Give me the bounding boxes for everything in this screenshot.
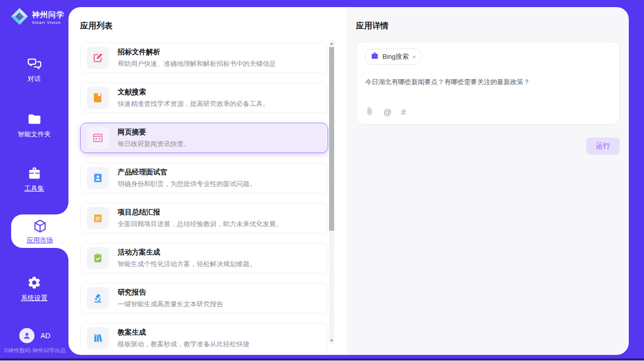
bubble-fillet-top xyxy=(56,202,68,214)
app-card-desc: 一键智能生成高质量长文本研究报告 xyxy=(118,300,223,309)
app-list-title: 应用列表 xyxy=(80,21,113,31)
app-card-lesson-plan[interactable]: 教案生成 模板驱动，教案秒成，教学准备从此轻松快捷 xyxy=(80,323,328,353)
books-icon xyxy=(87,327,109,349)
brand-subtitle: Smart Vision xyxy=(32,20,64,25)
user-account[interactable]: AD xyxy=(19,328,50,343)
sidebar-item-label: 智能文件夹 xyxy=(0,130,68,139)
scrollbar-up-icon[interactable]: ▲ xyxy=(329,41,334,47)
app-card-name: 招标文件解析 xyxy=(118,48,276,57)
app-card-literature-search[interactable]: 文献搜索 快速精准查找学术资源，提高研究效率的必备工具。 xyxy=(80,83,328,113)
avatar xyxy=(19,328,34,343)
sidebar-item-smart-folder[interactable]: 智能文件夹 xyxy=(0,112,68,139)
user-name: AD xyxy=(41,332,50,340)
app-card-desc: 明确身份和职责，为您提供专业性的面试问题。 xyxy=(118,179,256,189)
app-card-bid-analysis[interactable]: 招标文件解析 帮助用户快速、准确地理解和解析招标书中的关键信息 xyxy=(80,43,328,73)
book-icon xyxy=(87,87,109,109)
app-card-event-plan[interactable]: 活动方案生成 智能生成个性化活动方案，轻松解决规划难题。 xyxy=(80,243,328,273)
browser-code-icon xyxy=(87,127,109,149)
briefcase-icon xyxy=(371,52,379,62)
folder-icon xyxy=(0,112,68,126)
gem-logo-icon xyxy=(10,7,29,28)
app-list-panel: 应用列表 招标文件解析 帮助用户快速、准确地理解和解析招标书中的关键信息 xyxy=(68,7,347,355)
brand-name: 神州问学 xyxy=(32,10,64,20)
sidebar-item-label: 工具集 xyxy=(0,184,68,193)
scrollbar[interactable]: ▲ ▼ xyxy=(329,41,334,344)
paperclip-icon[interactable] xyxy=(365,107,374,118)
app-card-name: 教案生成 xyxy=(118,328,249,337)
brand-logo: 神州问学 Smart Vision xyxy=(10,7,64,28)
query-input[interactable]: 今日湖北有哪些新闻要点？有哪些需要关注的最新政策？ xyxy=(365,77,609,87)
sidebar-item-label: 系统设置 xyxy=(0,294,68,303)
briefcase-icon xyxy=(0,166,68,180)
app-card-desc: 模板驱动，教案秒成，教学准备从此轻松快捷 xyxy=(118,340,249,349)
app-card-name: 网页摘要 xyxy=(118,128,190,137)
app-card-project-summary[interactable]: 项目总结汇报 全面回顾项目进展，总结经验教训，助力未来优化发展。 xyxy=(80,203,328,233)
edit-square-icon xyxy=(87,47,109,69)
person-doc-icon xyxy=(87,167,109,189)
app-card-desc: 帮助用户快速、准确地理解和解析招标书中的关键信息 xyxy=(118,59,276,68)
chat-icon xyxy=(0,57,68,71)
app-card-web-summary[interactable]: 网页摘要 每日政府新闻资讯快查。 xyxy=(80,123,328,153)
notepad-icon xyxy=(87,207,109,229)
sidebar-item-settings[interactable]: 系统设置 xyxy=(0,275,68,303)
hash-icon[interactable]: # xyxy=(401,108,406,117)
tool-tag-label: Bing搜索 xyxy=(382,52,409,61)
tool-tag-bing-search[interactable]: Bing搜索 × xyxy=(365,49,422,65)
gear-icon xyxy=(0,275,68,290)
mention-icon[interactable]: @ xyxy=(383,108,391,117)
app-detail-panel: 应用详情 Bing搜索 × 今日湖北有哪些新闻要点？有哪些需要关注的最新政策？ … xyxy=(347,7,629,355)
app-card-pm-interviewer[interactable]: 产品经理面试官 明确身份和职责，为您提供专业性的面试问题。 xyxy=(80,163,328,193)
app-card-name: 产品经理面试官 xyxy=(118,168,256,177)
app-card-name: 文献搜索 xyxy=(118,88,269,97)
bubble-fillet-bottom xyxy=(56,248,68,260)
clipboard-check-icon xyxy=(87,247,109,269)
app-card-desc: 智能生成个性化活动方案，轻松解决规划难题。 xyxy=(118,260,256,269)
cube-icon xyxy=(11,219,68,234)
app-card-desc: 全面回顾项目进展，总结经验教训，助力未来优化发展。 xyxy=(118,220,282,229)
prompt-card: Bing搜索 × 今日湖北有哪些新闻要点？有哪些需要关注的最新政策？ @ # xyxy=(356,42,620,125)
scrollbar-thumb[interactable] xyxy=(329,47,334,231)
scrollbar-down-icon[interactable]: ▼ xyxy=(329,338,334,344)
sidebar-item-label: 应用市场 xyxy=(11,236,68,245)
run-button[interactable]: 运行 xyxy=(586,137,620,155)
app-card-name: 研究报告 xyxy=(118,288,223,297)
app-card-desc: 快速精准查找学术资源，提高研究效率的必备工具。 xyxy=(118,99,269,108)
close-icon[interactable]: × xyxy=(412,53,416,61)
app-card-research-report[interactable]: 研究报告 一键智能生成高质量长文本研究报告 xyxy=(80,283,328,313)
sidebar-item-toolkit[interactable]: 工具集 xyxy=(0,166,68,193)
sidebar-item-app-market[interactable]: 应用市场 xyxy=(11,214,68,248)
microscope-icon xyxy=(87,287,109,309)
copyright-text: ©神州数码·神州问学出品 xyxy=(4,347,70,354)
sidebar: 神州问学 Smart Vision 对话 智能文件夹 工具集 xyxy=(0,0,68,362)
app-card-name: 活动方案生成 xyxy=(118,248,256,257)
sidebar-item-label: 对话 xyxy=(0,75,68,84)
app-card-name: 项目总结汇报 xyxy=(118,208,282,217)
sidebar-item-chat[interactable]: 对话 xyxy=(0,57,68,84)
app-card-desc: 每日政府新闻资讯快查。 xyxy=(118,139,190,149)
app-list: 招标文件解析 帮助用户快速、准确地理解和解析招标书中的关键信息 文献搜索 快速精… xyxy=(80,43,328,355)
app-detail-title: 应用详情 xyxy=(356,21,388,31)
